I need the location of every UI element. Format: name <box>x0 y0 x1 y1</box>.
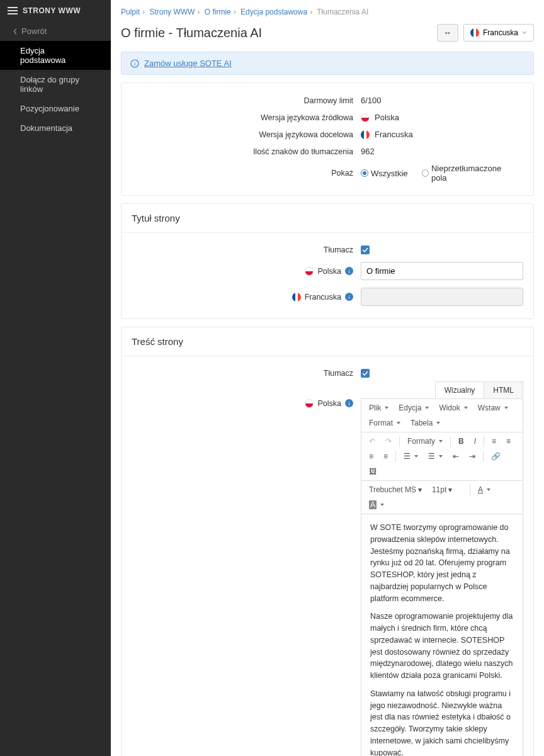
menu-insert[interactable]: Wstaw <box>474 402 512 414</box>
sidebar-back[interactable]: Powrót <box>0 21 111 41</box>
bg-color-icon[interactable]: A <box>365 499 388 511</box>
redo-icon[interactable]: ↷ <box>382 435 395 448</box>
title-heading: Tytuł strony <box>122 204 533 233</box>
editor-toolbar2-pl: Trebuchet MS ▾ 11pt ▾ A A <box>361 481 523 514</box>
target-lang-label: Wersja językowa docelowa <box>122 130 361 139</box>
free-limit-label: Darmowy limit <box>122 96 361 105</box>
font-family-select[interactable]: Trebuchet MS ▾ <box>365 483 426 496</box>
menu-format[interactable]: Format <box>365 417 404 429</box>
menu-file[interactable]: Plik <box>365 402 392 414</box>
radio-untranslated[interactable]: Nieprzetłumaczone pola <box>422 164 515 183</box>
menu-icon[interactable] <box>8 7 18 14</box>
breadcrumb-ofirmie[interactable]: O firmie <box>205 8 231 16</box>
breadcrumb-current: Tłumaczenia AI <box>317 8 368 16</box>
breadcrumb-pulpit[interactable]: Pulpit <box>121 8 140 16</box>
info-icon: i <box>130 59 139 68</box>
info-icon[interactable]: i <box>345 399 353 407</box>
flag-pl-icon <box>361 113 370 122</box>
lang-select[interactable]: Francuska <box>463 24 534 42</box>
francuska-label: Francuska <box>305 293 341 302</box>
chars-label: Ilość znaków do tłumaczenia <box>122 147 361 156</box>
menu-edit[interactable]: Edycja <box>395 402 433 414</box>
tab-html[interactable]: HTML <box>484 381 523 398</box>
info-icon[interactable]: i <box>345 267 353 275</box>
align-left-icon[interactable]: ≡ <box>488 435 500 448</box>
outdent-icon[interactable]: ⇤ <box>449 450 463 463</box>
sidebar-nav: Edycja podstawowa Dołącz do grupy linków… <box>0 41 111 756</box>
image-icon[interactable]: 🖼 <box>365 465 380 478</box>
flag-fr-icon <box>292 293 301 302</box>
translate-checkbox[interactable] <box>361 245 370 254</box>
sidebar-item-edycja[interactable]: Edycja podstawowa <box>0 41 111 70</box>
flag-pl-icon <box>305 267 314 276</box>
title-panel: Tytuł strony Tłumacz Polska i <box>121 203 534 319</box>
swap-button[interactable]: ↔ <box>437 24 458 42</box>
check-icon <box>362 370 368 376</box>
sidebar-header: STRONY WWW <box>0 0 111 21</box>
title-pl-input[interactable] <box>361 262 523 280</box>
chevron-left-icon <box>13 28 18 35</box>
content-heading: Treść strony <box>122 327 533 356</box>
editor-toolbar-pl: ↶ ↷ Formaty B I ≡ ≡ ≡ <box>361 432 523 481</box>
menu-view[interactable]: Widok <box>435 402 471 414</box>
radio-dot-checked <box>361 169 368 177</box>
align-justify-icon[interactable]: ≡ <box>380 450 392 463</box>
sidebar-item-dolacz[interactable]: Dołącz do grupy linków <box>0 70 111 99</box>
radio-all[interactable]: Wszystkie <box>361 169 408 178</box>
page-header: O firmie - Tłumaczenia AI ↔ Francuska <box>111 19 544 52</box>
align-center-icon[interactable]: ≡ <box>502 435 514 448</box>
swap-icon: ↔ <box>444 28 451 37</box>
link-icon[interactable]: 🔗 <box>487 450 504 463</box>
chevron-down-icon <box>522 30 527 35</box>
translate-content-checkbox[interactable] <box>361 369 370 378</box>
title-fr-input[interactable] <box>361 288 523 306</box>
menu-table[interactable]: Tabela <box>407 417 444 429</box>
undo-icon[interactable]: ↶ <box>365 435 379 448</box>
source-lang-label: Wersja językowa źródłowa <box>122 113 361 122</box>
align-right-icon[interactable]: ≡ <box>365 450 377 463</box>
flag-fr-icon <box>470 28 479 37</box>
editor-pl: Plik Edycja Widok Wstaw Format Tabela ↶ … <box>361 399 523 756</box>
sidebar: STRONY WWW Powrót Edycja podstawowa Dołą… <box>0 0 111 756</box>
target-lang-value: Francuska <box>361 130 533 139</box>
breadcrumb-strony[interactable]: Strony WWW <box>149 8 195 16</box>
info-banner: i Zamów usługę SOTE AI <box>121 52 534 75</box>
editor-menubar-pl: Plik Edycja Widok Wstaw Format Tabela <box>361 399 523 432</box>
flag-fr-icon <box>361 130 370 139</box>
editor-tabs-pl: Wizualny HTML <box>361 381 523 399</box>
flag-pl-icon <box>305 399 314 408</box>
polska-label: Polska <box>317 267 341 276</box>
formats-dropdown[interactable]: Formaty <box>404 435 446 448</box>
text-color-icon[interactable]: A <box>474 483 494 496</box>
svg-text:i: i <box>134 60 136 67</box>
free-limit-value: 6/100 <box>361 96 533 105</box>
breadcrumb: Pulpit› Strony WWW› O firmie› Edycja pod… <box>111 0 544 19</box>
font-size-select[interactable]: 11pt ▾ <box>428 483 466 496</box>
sidebar-item-dokumentacja[interactable]: Dokumentacja <box>0 118 111 138</box>
content-panel: Treść strony Tłumacz Polska i <box>121 327 534 756</box>
check-icon <box>362 247 368 253</box>
summary-panel: Darmowy limit 6/100 Wersja językowa źród… <box>121 82 534 196</box>
show-label: Pokaż <box>122 169 361 178</box>
editor-content-pl[interactable]: W SOTE tworzymy oprogramowanie do prowad… <box>361 514 523 756</box>
breadcrumb-edycja[interactable]: Edycja podstawowa <box>241 8 307 16</box>
source-lang-value: Polska <box>361 113 533 122</box>
radio-dot <box>422 169 429 177</box>
bold-icon[interactable]: B <box>455 435 468 448</box>
translate-content-label: Tłumacz <box>122 369 361 378</box>
bullet-list-icon[interactable]: ☰ <box>400 450 422 463</box>
page-title: O firmie - Tłumaczenia AI <box>121 26 437 40</box>
number-list-icon[interactable]: ☰ <box>424 450 446 463</box>
translate-label: Tłumacz <box>122 245 361 254</box>
info-icon[interactable]: i <box>345 293 353 301</box>
italic-icon[interactable]: I <box>470 435 480 448</box>
banner-link[interactable]: Zamów usługę SOTE AI <box>144 59 232 68</box>
chars-value: 962 <box>361 147 533 156</box>
tab-visual[interactable]: Wizualny <box>435 381 485 398</box>
app-title: STRONY WWW <box>23 6 81 15</box>
sidebar-item-pozycjonowanie[interactable]: Pozycjonowanie <box>0 99 111 118</box>
indent-icon[interactable]: ⇥ <box>465 450 479 463</box>
main-content: Pulpit› Strony WWW› O firmie› Edycja pod… <box>111 0 544 756</box>
